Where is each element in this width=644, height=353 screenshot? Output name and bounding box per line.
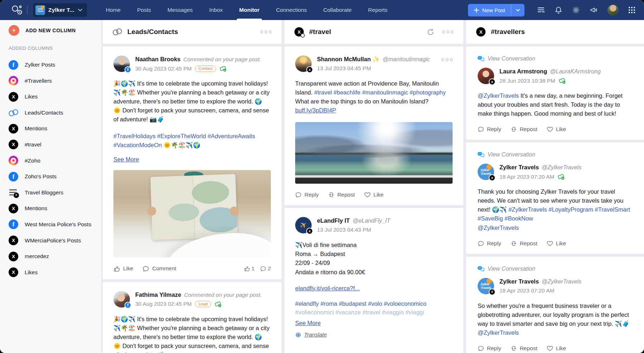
announcements-megaphone-icon[interactable] (590, 6, 598, 14)
like-count[interactable]: 1 (244, 265, 255, 272)
view-conversation-link[interactable]: View Conversation (477, 266, 634, 272)
reply-button[interactable]: Reply (478, 126, 501, 132)
see-more-link[interactable]: See More (113, 156, 139, 163)
repost-button[interactable]: Repost (511, 126, 537, 132)
reply-button[interactable]: Reply (295, 192, 319, 198)
sidebar-column-likes[interactable]: Likes (9, 91, 93, 102)
post-author[interactable]: Naathan Brooks (135, 56, 181, 63)
avatar[interactable]: X (295, 55, 312, 72)
post-handle[interactable]: @ZylkerTravels (542, 279, 581, 285)
sidebar-column-zohos-posts[interactable]: Zoho's Posts (9, 171, 93, 182)
translate-link[interactable]: Translate (304, 332, 327, 338)
like-button[interactable]: Like (364, 192, 384, 198)
sidebar-column-mentions-2[interactable]: Mentions (9, 203, 93, 214)
post-author[interactable]: Zylker Travels (499, 164, 539, 171)
repost-icon (511, 345, 517, 352)
like-button[interactable]: Like (547, 345, 566, 352)
nav-item-posts[interactable]: Posts (129, 0, 159, 20)
avatar[interactable]: X (295, 217, 312, 233)
post-link[interactable]: buff.ly/3pDBI4P (295, 107, 336, 113)
post-author[interactable]: Fathima Yilmaze (135, 291, 181, 298)
sidebar-column-zylker-posts[interactable]: Zylker Posts (9, 59, 93, 70)
x-list-icon (9, 188, 18, 197)
view-conversation-link[interactable]: View Conversation (477, 151, 634, 158)
like-button[interactable]: Like (547, 126, 566, 132)
repost-button[interactable]: Repost (511, 345, 537, 352)
settings-gear-icon[interactable] (572, 6, 580, 14)
sidebar-column-zoho[interactable]: #Zoho (9, 155, 93, 166)
like-button[interactable]: Like (547, 240, 566, 247)
sidebar-column-travellers[interactable]: #Travellers (9, 76, 93, 86)
like-button[interactable]: Like (113, 265, 133, 272)
notifications-bell-icon[interactable] (555, 6, 562, 14)
publishing-queue-icon[interactable] (537, 6, 545, 14)
repost-button[interactable]: Repost (511, 240, 537, 247)
nav-item-connections[interactable]: Connections (268, 0, 315, 20)
post-author[interactable]: Laura Armstrong (499, 68, 547, 75)
sidebar-column-travel[interactable]: #travel (9, 139, 93, 150)
add-new-column-button[interactable]: + ADD NEW COLUMN (9, 25, 76, 36)
reply-button[interactable]: Reply (478, 345, 501, 352)
reply-button[interactable]: Reply (478, 240, 501, 247)
zoho-social-logo-icon[interactable] (9, 4, 25, 16)
post-handle[interactable]: @ZylkerTravels (542, 164, 581, 171)
nav-item-reports[interactable]: Reports (360, 0, 396, 20)
post-handle[interactable]: @LauraKArmstrong (550, 68, 601, 75)
sidebar-column-wmerciapolice-posts[interactable]: WMerciaPolice's Posts (9, 235, 93, 246)
column-more-menu-icon[interactable] (442, 29, 454, 35)
post-author[interactable]: Zylker Travels (499, 278, 539, 285)
post-handle[interactable]: @manitoulinmagic (383, 56, 430, 63)
app-grid-icon[interactable] (628, 6, 635, 14)
post-body-text: ✈️Voli di fine settimanaRoma → Budapest2… (295, 241, 453, 276)
x-icon (9, 252, 18, 261)
sidebar-column-travel-bloggers[interactable]: Travel Bloggers (9, 187, 93, 198)
avatar[interactable]: ZylkerTravelsX (478, 278, 494, 294)
mention-link[interactable]: @ZylkerTravels (478, 92, 519, 99)
x-badge-icon: X (306, 66, 313, 73)
nav-item-monitor[interactable]: Monitor (231, 0, 268, 20)
mention-link[interactable]: @ZylkerTravels (478, 329, 519, 336)
nav-item-inbox[interactable]: Inbox (201, 0, 231, 20)
post-hashtags[interactable]: #TravelHolidays #ExploreTheWorld #Advent… (113, 132, 271, 150)
repost-button[interactable]: Repost (328, 192, 355, 198)
crm-lead-badge[interactable]: Lead (195, 301, 211, 307)
view-conversation-link[interactable]: View Conversation (477, 55, 634, 62)
brand-selector[interactable]: Zylker Travels Zylker T... (33, 3, 87, 17)
post-author[interactable]: eLandFly IT (317, 217, 350, 224)
comment-button[interactable]: Comment (142, 265, 176, 272)
see-more-link[interactable]: See More (295, 320, 321, 327)
sidebar-column-mercedez[interactable]: mercedez (9, 251, 93, 262)
avatar[interactable]: X (478, 68, 494, 84)
nav-item-messages[interactable]: Messages (159, 0, 201, 20)
comment-count[interactable]: 2 (260, 265, 271, 272)
column-more-menu-icon[interactable] (260, 29, 272, 35)
post-hashtags[interactable]: #travel #beachlife #manitoulinmagic #pho… (314, 89, 446, 96)
avatar[interactable]: f (113, 291, 130, 308)
post-counts: 1 2 (244, 265, 271, 272)
refresh-icon[interactable] (427, 28, 434, 36)
post-photo-map-desert[interactable] (113, 170, 271, 257)
sidebar-column-west-mercia-posts[interactable]: West Mercia Police's Posts (9, 219, 93, 230)
reply-label: Reply (304, 192, 319, 198)
mention-link[interactable]: @ZylkerTravels (478, 224, 519, 231)
post-author[interactable]: Shannon McMullan ✨ (317, 56, 380, 63)
post-link[interactable]: elandfly.it/voli-ricerca?f... (295, 285, 360, 291)
post-handle[interactable]: @eLandFly_IT (353, 218, 390, 224)
new-post-dropdown-button[interactable] (511, 4, 525, 16)
nav-item-collaborate[interactable]: Collaborate (315, 0, 360, 20)
sidebar-column-mentions-1[interactable]: Mentions (9, 123, 93, 134)
nav-item-home[interactable]: Home (98, 0, 129, 20)
post-naathan-brooks: f Naathan Brooks Commented on your page … (103, 47, 282, 279)
x-badge-icon: X (489, 174, 496, 181)
avatar[interactable]: ZylkerTravelsX (478, 164, 494, 180)
post-more-menu-icon[interactable] (441, 57, 453, 63)
column-leads-contacts: Leads/Contacts f Naathan Brooks Commente… (103, 20, 282, 353)
post-hashtags[interactable]: #elandfly #roma #budapest #volo #voloeco… (295, 299, 453, 317)
avatar[interactable]: f (113, 55, 130, 72)
user-avatar[interactable] (608, 5, 619, 16)
sidebar-column-leads-contacts[interactable]: Leads/Contacts (9, 107, 93, 118)
new-post-button[interactable]: New Post (468, 4, 511, 16)
sidebar-column-likes-2[interactable]: Likes (9, 267, 93, 278)
post-photo-beach-sunset[interactable] (295, 122, 453, 184)
crm-contact-badge[interactable]: Contact (195, 66, 216, 72)
